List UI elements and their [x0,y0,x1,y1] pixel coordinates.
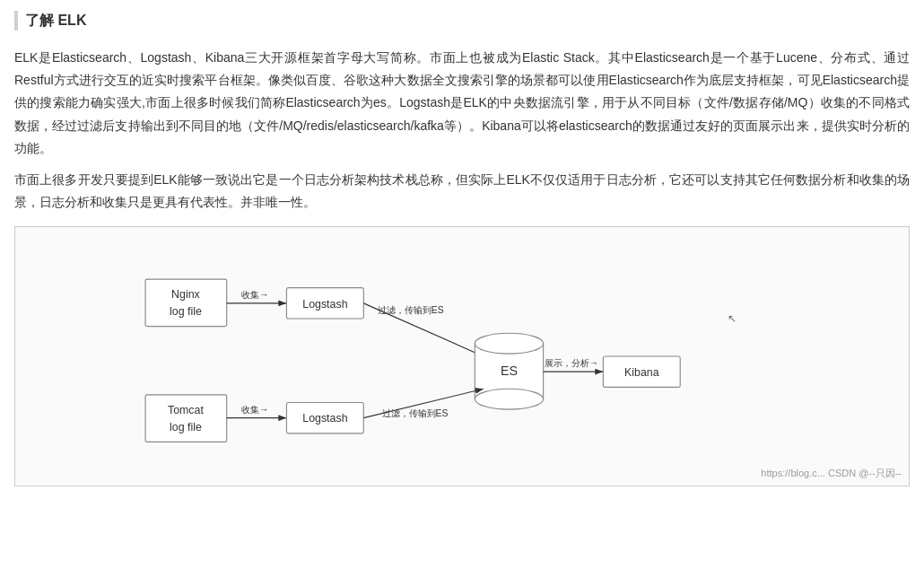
content-paragraphs: ELK是Elasticsearch、Logstash、Kibana三大开源框架首… [14,47,910,214]
svg-text:log file: log file [170,421,202,434]
svg-text:收集→: 收集→ [241,405,268,415]
svg-text:log file: log file [170,306,202,319]
svg-text:Logstash: Logstash [302,413,347,425]
diagram-container: Nginx log file 收集→ Logstash 过滤，传输到ES ES … [14,226,910,486]
svg-text:Tomcat: Tomcat [168,404,204,416]
svg-point-12 [475,390,543,410]
svg-point-11 [475,334,543,355]
svg-text:收集→: 收集→ [241,290,268,300]
svg-text:过滤，传输到ES: 过滤，传输到ES [382,408,449,418]
title-section: 了解 ELK [14,11,910,36]
svg-text:ES: ES [501,363,518,378]
svg-text:展示，分析→: 展示，分析→ [545,359,598,369]
diagram-svg: Nginx log file 收集→ Logstash 过滤，传输到ES ES … [42,245,882,468]
svg-text:Nginx: Nginx [171,288,200,301]
page-title: 了解 ELK [25,12,86,31]
svg-text:Kibana: Kibana [624,366,659,379]
svg-text:过滤，传输到ES: 过滤，传输到ES [378,306,444,316]
svg-rect-18 [145,395,227,442]
watermark: https://blog.c... CSDN @--只因-- [761,467,902,480]
svg-rect-1 [145,279,227,326]
paragraph-1: ELK是Elasticsearch、Logstash、Kibana三大开源框架首… [14,47,910,160]
page-container: 了解 ELK ELK是Elasticsearch、Logstash、Kibana… [0,0,924,578]
title-bar [14,11,18,31]
paragraph-2: 市面上很多开发只要提到ELK能够一致说出它是一个日志分析架构技术栈总称，但实际上… [14,169,910,214]
svg-text:Logstash: Logstash [302,298,347,311]
svg-text:↖: ↖ [728,312,737,325]
